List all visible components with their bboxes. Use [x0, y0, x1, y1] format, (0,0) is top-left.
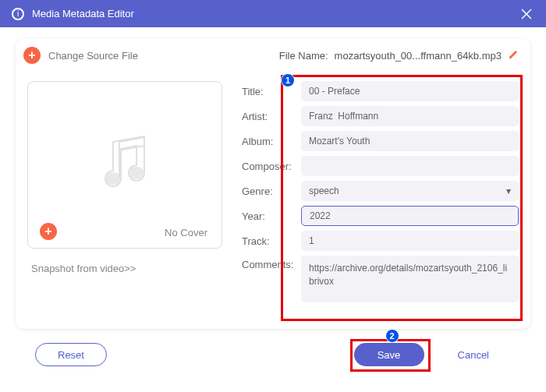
track-row: Track:: [242, 231, 519, 251]
comments-input[interactable]: https://archive.org/details/mozartsyouth…: [301, 256, 519, 302]
annotation-marker-2: 2: [385, 329, 399, 343]
genre-label: Genre:: [242, 185, 293, 197]
form-column: 1 Title: Artist: Album:: [242, 81, 519, 317]
window-title: Media Metadata Editor: [32, 8, 519, 19]
svg-point-3: [129, 167, 144, 179]
cover-column: + No Cover Snapshot from video>>: [27, 81, 222, 317]
composer-input[interactable]: [301, 156, 519, 176]
change-source-button[interactable]: + Change Source File: [23, 47, 138, 64]
close-icon: [521, 9, 532, 19]
top-row: + Change Source File File Name: mozartsy…: [20, 43, 526, 73]
annotation-marker-1: 1: [281, 73, 295, 87]
year-row: Year:: [242, 206, 519, 226]
reset-button[interactable]: Reset: [35, 343, 107, 366]
inner-panel: + Change Source File File Name: mozartsy…: [16, 39, 530, 329]
info-icon: i: [12, 8, 24, 20]
file-name-label: File Name:: [279, 50, 328, 62]
add-cover-button[interactable]: +: [40, 223, 57, 240]
artist-row: Artist:: [242, 106, 519, 126]
comments-row: Comments: https://archive.org/details/mo…: [242, 256, 519, 302]
artist-input[interactable]: [301, 106, 519, 126]
save-button[interactable]: Save: [354, 343, 424, 366]
album-row: Album:: [242, 131, 519, 151]
year-label: Year:: [242, 210, 293, 222]
change-source-label: Change Source File: [48, 50, 138, 62]
artist-label: Artist:: [242, 111, 293, 122]
genre-select[interactable]: speech ▾: [301, 181, 519, 201]
cover-box: + No Cover: [27, 81, 222, 249]
window: i Media Metadata Editor + Change Source …: [0, 0, 546, 392]
right-buttons: 2 Save Cancel: [354, 343, 511, 366]
track-input[interactable]: [301, 231, 519, 251]
snapshot-from-video-link[interactable]: Snapshot from video>>: [27, 263, 222, 274]
year-input[interactable]: [301, 206, 519, 226]
cancel-button[interactable]: Cancel: [436, 343, 511, 366]
close-button[interactable]: [519, 6, 534, 22]
album-input[interactable]: [301, 131, 519, 151]
no-cover-label: No Cover: [165, 227, 207, 238]
composer-row: Composer:: [242, 156, 519, 176]
plus-icon: +: [23, 47, 41, 64]
file-name-area: File Name: mozartsyouth_00...ffmann_64kb…: [279, 49, 519, 62]
title-input[interactable]: [301, 81, 519, 101]
file-name-value: mozartsyouth_00...ffmann_64kb.mp3: [335, 50, 502, 62]
comments-label: Comments:: [242, 256, 293, 270]
content-area: + Change Source File File Name: mozartsy…: [0, 27, 546, 392]
genre-value: speech: [309, 185, 339, 196]
genre-row: Genre: speech ▾: [242, 181, 519, 201]
edit-filename-button[interactable]: [508, 49, 519, 62]
music-note-icon: [90, 130, 160, 200]
chevron-down-icon: ▾: [506, 185, 511, 196]
pencil-icon: [508, 49, 519, 60]
metadata-form: Title: Artist: Album: Composer:: [242, 81, 519, 302]
album-label: Album:: [242, 136, 293, 147]
titlebar: i Media Metadata Editor: [0, 0, 546, 27]
composer-label: Composer:: [242, 161, 293, 172]
track-label: Track:: [242, 235, 293, 247]
main-area: + No Cover Snapshot from video>> 1 Title…: [20, 73, 526, 325]
bottom-row: Reset 2 Save Cancel: [16, 329, 530, 380]
